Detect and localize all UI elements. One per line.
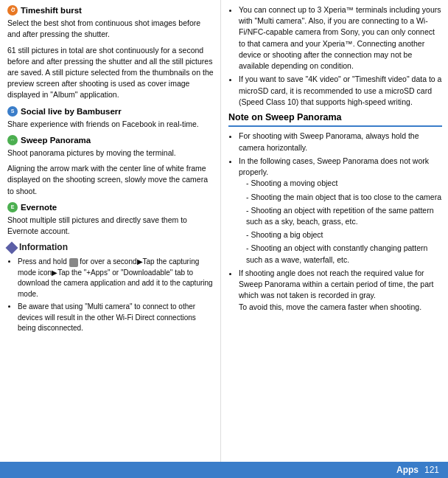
info-item-2: Be aware that using "Multi camera" to co…	[18, 302, 214, 334]
dash-item-3: Shooting an object with repetition of th…	[246, 205, 442, 227]
sweep-body2: Aligning the arrow mark with the center …	[7, 163, 214, 197]
right-column: You can connect up to 3 Xperia™ terminal…	[221, 0, 448, 478]
information-list: Press and hold for over a second▶Tap the…	[7, 257, 214, 334]
sub-dash-list: Shooting a moving object Shooting the ma…	[239, 178, 442, 266]
note-sweep-bullet-3: If shooting angle does not reach the req…	[239, 268, 442, 313]
note-sweep-bullet-1: For shooting with Sweep Panorama, always…	[239, 131, 442, 153]
sociallive-title: Social live by Bambuserr	[21, 105, 122, 117]
note-sweep-bullet-2: In the following cases, Sweep Panorama d…	[239, 156, 442, 266]
timeshift-header: ⏱ Timeshift burst	[7, 4, 214, 16]
left-column: ⏱ Timeshift burst Select the best shot f…	[0, 0, 221, 478]
sociallive-body: Share experience with friends on Faceboo…	[7, 119, 214, 130]
right-bullet-2: If you want to save "4K video" or "Times…	[239, 74, 442, 108]
dash-item-4: Shooting a big object	[246, 229, 442, 240]
timeshift-body2: 61 still pictures in total are shot cont…	[7, 45, 214, 101]
evernote-icon: E	[7, 202, 18, 212]
timeshift-icon: ⏱	[7, 5, 18, 15]
dash-item-2: Shooting the main object that is too clo…	[246, 192, 442, 203]
note-sweep-title: Note on Sweep Panorama	[228, 111, 442, 128]
sweep-body1: Shoot panorama pictures by moving the te…	[7, 148, 214, 159]
diamond-icon	[6, 241, 18, 254]
right-top-list: You can connect up to 3 Xperia™ terminal…	[228, 4, 442, 108]
note-sweep-list: For shooting with Sweep Panorama, always…	[228, 131, 442, 312]
right-bullet-1: You can connect up to 3 Xperia™ terminal…	[239, 4, 442, 72]
information-title: Information	[19, 241, 68, 254]
footer-bar: Apps 121	[0, 462, 448, 478]
sociallive-icon: S	[7, 106, 18, 117]
timeshift-body1: Select the best shot from continuous sho…	[7, 18, 214, 40]
dash-item-5: Shooting an object with constantly chang…	[246, 243, 442, 265]
timeshift-title: Timeshift burst	[21, 4, 82, 16]
information-header: Information	[7, 241, 214, 254]
sweep-icon: ↔	[7, 135, 18, 145]
evernote-header: E Evernote	[7, 201, 214, 213]
evernote-body: Shoot multiple still pictures and direct…	[7, 215, 214, 237]
evernote-title: Evernote	[21, 201, 57, 213]
sweep-header: ↔ Sweep Panorama	[7, 134, 214, 146]
sociallive-header: S Social live by Bambuserr	[7, 105, 214, 117]
apps-label: Apps	[396, 464, 419, 477]
sweep-title: Sweep Panorama	[21, 134, 91, 146]
info-item-1: Press and hold for over a second▶Tap the…	[18, 257, 214, 299]
dash-item-1: Shooting a moving object	[246, 178, 442, 189]
page-number: 121	[424, 464, 439, 477]
